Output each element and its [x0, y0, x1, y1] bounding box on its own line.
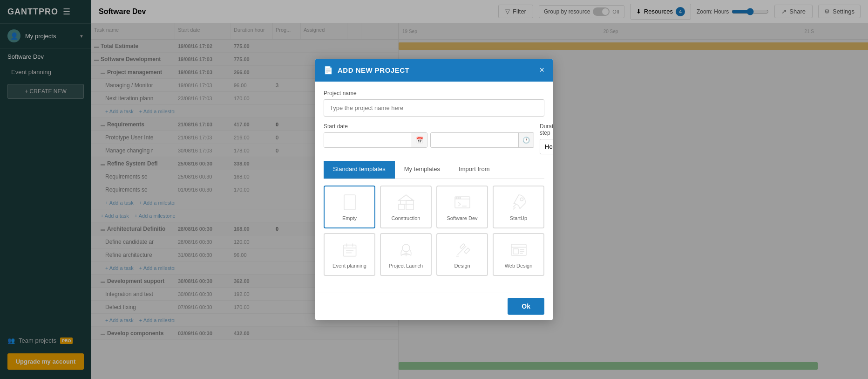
calendar-icon[interactable]: 📅 — [412, 133, 427, 147]
software-dev-template-icon — [453, 193, 472, 212]
template-tabs: Standard templates My templates Import f… — [324, 161, 544, 179]
svg-point-13 — [520, 198, 523, 200]
modal-footer: Ok — [315, 292, 553, 320]
template-card-construction[interactable]: Construction — [380, 186, 432, 228]
construction-template-icon — [397, 193, 415, 212]
modal-backdrop: 📄 ADD NEW PROJECT × Project name Start d… — [0, 0, 868, 379]
modal-header: 📄 ADD NEW PROJECT × — [315, 59, 553, 82]
svg-rect-0 — [344, 195, 355, 210]
form-date-row: Start date 16 February 2017 📅 16:01 🕐 Du — [324, 123, 544, 154]
template-card-project-launch[interactable]: Project Launch — [380, 233, 432, 276]
start-date-inputs: 16 February 2017 📅 16:01 🕐 — [324, 132, 534, 148]
template-label-software-dev: Software Dev — [447, 215, 477, 221]
template-card-event-planning[interactable]: Event planning — [324, 233, 375, 276]
design-template-icon — [453, 241, 472, 259]
template-label-event-planning: Event planning — [332, 263, 366, 269]
svg-point-10 — [458, 197, 459, 198]
startup-template-icon — [509, 193, 528, 212]
empty-template-icon — [340, 193, 359, 212]
time-picker-wrap: 16:01 🕐 — [430, 132, 534, 148]
tab-standard-templates[interactable]: Standard templates — [324, 161, 395, 179]
template-label-design: Design — [454, 263, 470, 269]
close-button[interactable]: × — [539, 65, 544, 75]
start-date-label: Start date — [324, 123, 534, 130]
svg-line-15 — [513, 207, 515, 209]
date-picker-wrap: 16 February 2017 📅 — [324, 132, 427, 148]
template-card-startup[interactable]: StartUp — [493, 186, 544, 228]
add-new-project-modal: 📄 ADD NEW PROJECT × Project name Start d… — [315, 59, 553, 320]
time-field[interactable]: 16:01 — [431, 133, 518, 147]
svg-line-26 — [457, 254, 458, 255]
modal-body: Project name Start date 16 February 2017… — [315, 82, 553, 292]
template-label-empty: Empty — [342, 215, 357, 221]
tab-my-templates[interactable]: My templates — [395, 161, 449, 179]
template-card-empty[interactable]: Empty — [324, 186, 375, 228]
template-card-software-dev[interactable]: Software Dev — [436, 186, 488, 228]
svg-point-22 — [402, 244, 410, 252]
ok-button[interactable]: Ok — [508, 298, 544, 315]
document-icon: 📄 — [324, 66, 333, 75]
template-label-startup: StartUp — [510, 215, 527, 221]
template-label-project-launch: Project Launch — [389, 263, 423, 269]
svg-rect-31 — [513, 249, 518, 254]
template-card-web-design[interactable]: Web Design — [493, 233, 544, 276]
web-design-template-icon — [509, 241, 528, 259]
svg-line-14 — [513, 204, 516, 207]
template-card-design[interactable]: Design — [436, 233, 488, 276]
start-date-group: Start date 16 February 2017 📅 16:01 🕐 — [324, 123, 534, 154]
project-name-label: Project name — [324, 90, 544, 96]
template-label-web-design: Web Design — [505, 263, 533, 269]
template-grid: Empty Construction — [324, 186, 544, 276]
svg-point-11 — [460, 197, 461, 198]
svg-rect-1 — [399, 204, 404, 210]
duration-step-group: Duration step Hours Days Weeks — [540, 123, 553, 154]
duration-step-select[interactable]: Hours Days Weeks — [540, 139, 553, 154]
svg-rect-2 — [406, 200, 414, 210]
clock-icon[interactable]: 🕐 — [518, 133, 534, 147]
project-name-input[interactable] — [324, 99, 544, 117]
modal-title: ADD NEW PROJECT — [338, 66, 535, 74]
start-date-field[interactable]: 16 February 2017 — [324, 133, 412, 147]
template-label-construction: Construction — [392, 215, 420, 221]
duration-step-label: Duration step — [540, 123, 553, 136]
tab-import-from[interactable]: Import from — [449, 161, 499, 179]
event-planning-template-icon — [340, 241, 359, 259]
project-launch-template-icon — [397, 241, 415, 259]
svg-point-9 — [456, 197, 457, 198]
duration-select-wrap: Hours Days Weeks — [540, 139, 553, 154]
